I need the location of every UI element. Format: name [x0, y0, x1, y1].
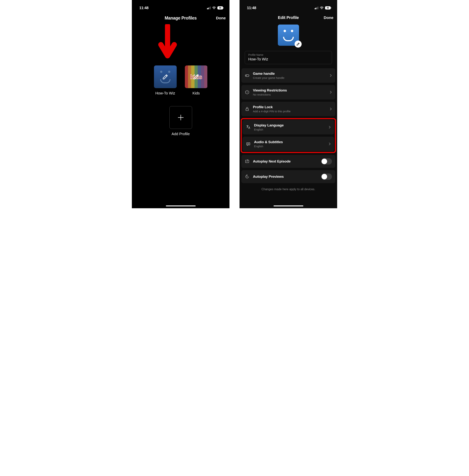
manage-profiles-screen: 11:48 96 Manage Profiles Done — [132, 0, 230, 208]
done-button[interactable]: Done — [216, 16, 226, 20]
header: Edit Profile Done — [239, 12, 337, 24]
replay-icon — [245, 174, 250, 179]
setting-audio-subtitles[interactable]: Audio & Subtitles English — [242, 137, 334, 151]
status-bar: 11:48 96 — [132, 0, 230, 12]
setting-profile-lock[interactable]: Profile Lock Add a 4-digit PIN to this p… — [241, 102, 335, 116]
setting-autoplay-previews[interactable]: Autoplay Previews — [241, 170, 335, 183]
status-time: 11:48 — [139, 6, 149, 10]
profiles-grid: How-To Wiz kids Kids — [132, 66, 230, 95]
setting-title: Viewing Restrictions — [253, 88, 326, 92]
edit-profile-screen: 11:48 96 Edit Profile Done — [239, 0, 337, 208]
edit-avatar[interactable] — [239, 25, 337, 46]
profile-name-input[interactable] — [248, 57, 328, 61]
battery-level: 96 — [325, 6, 331, 10]
profile-item-kids[interactable]: kids Kids — [185, 66, 208, 95]
battery-icon: 96 — [325, 6, 331, 10]
setting-display-language[interactable]: Display Language English — [242, 120, 334, 134]
chevron-right-icon — [329, 142, 331, 146]
profile-name-field[interactable]: Profile Name — [245, 51, 332, 64]
setting-viewing-restrictions[interactable]: Viewing Restrictions No restrictions — [241, 85, 335, 99]
chevron-right-icon — [330, 74, 332, 77]
done-button[interactable]: Done — [324, 16, 334, 20]
settings-list: Game handle Create your game handle View… — [241, 68, 335, 183]
avatar — [154, 66, 177, 88]
setting-subtitle: Create your game handle — [253, 76, 326, 79]
subtitles-icon — [246, 142, 251, 146]
plus-icon — [177, 114, 184, 121]
svg-point-6 — [247, 93, 247, 93]
battery-icon: 96 — [218, 6, 223, 10]
warning-icon — [245, 90, 250, 95]
page-title: Edit Profile — [278, 15, 299, 20]
field-label: Profile Name — [248, 53, 328, 56]
setting-subtitle: English — [254, 145, 325, 148]
battery-level: 96 — [218, 6, 223, 10]
page-title: Manage Profiles — [165, 16, 197, 21]
home-indicator[interactable] — [166, 205, 196, 206]
pencil-icon — [162, 73, 169, 80]
setting-subtitle: English — [254, 128, 325, 131]
play-next-icon — [245, 159, 250, 164]
toggle-autoplay-previews[interactable] — [321, 173, 332, 180]
svg-rect-7 — [246, 109, 249, 111]
home-indicator[interactable] — [274, 205, 303, 206]
pencil-icon — [296, 42, 300, 46]
footnote: Changes made here apply to all devices. — [239, 188, 337, 191]
setting-title: Game handle — [253, 72, 326, 76]
profile-label: How-To Wiz — [155, 91, 175, 95]
svg-point-0 — [214, 9, 214, 9]
setting-subtitle: Add a 4-digit PIN to this profile — [253, 110, 326, 113]
add-profile-button[interactable]: Add Profile — [132, 106, 230, 136]
game-controller-icon — [245, 73, 250, 78]
edit-avatar-button[interactable] — [295, 41, 302, 48]
wifi-icon — [320, 6, 324, 9]
wifi-icon — [212, 6, 216, 9]
setting-title: Autoplay Next Episode — [253, 159, 318, 164]
setting-game-handle[interactable]: Game handle Create your game handle — [241, 68, 335, 83]
chevron-right-icon — [330, 90, 332, 94]
annotation-highlight: Display Language English Audio & Subtitl… — [241, 118, 336, 153]
annotation-arrow-icon — [158, 24, 177, 60]
cell-signal-icon — [207, 6, 211, 9]
status-icons: 96 — [207, 6, 224, 10]
setting-title: Audio & Subtitles — [254, 140, 325, 144]
chevron-right-icon — [329, 125, 331, 129]
setting-subtitle: No restrictions — [253, 93, 326, 96]
status-time: 11:48 — [247, 6, 256, 10]
cell-signal-icon — [315, 6, 318, 9]
profile-item-howto[interactable]: How-To Wiz — [154, 66, 177, 95]
lock-icon — [245, 107, 250, 111]
profile-label: Kids — [192, 91, 200, 95]
header: Manage Profiles Done — [132, 12, 230, 25]
setting-autoplay-next[interactable]: Autoplay Next Episode — [241, 155, 335, 168]
svg-rect-8 — [247, 143, 250, 145]
language-icon — [246, 125, 251, 130]
chevron-right-icon — [330, 107, 332, 111]
setting-title: Profile Lock — [253, 105, 326, 109]
avatar: kids — [185, 66, 208, 88]
setting-title: Autoplay Previews — [253, 175, 318, 179]
svg-point-3 — [248, 75, 248, 76]
status-icons: 96 — [315, 6, 331, 10]
svg-point-1 — [321, 9, 322, 9]
status-bar: 11:48 96 — [239, 0, 337, 12]
setting-title: Display Language — [254, 123, 325, 127]
toggle-autoplay-next[interactable] — [321, 158, 332, 164]
svg-point-4 — [248, 76, 249, 76]
pencil-icon — [193, 73, 200, 80]
add-profile-label: Add Profile — [172, 132, 190, 136]
